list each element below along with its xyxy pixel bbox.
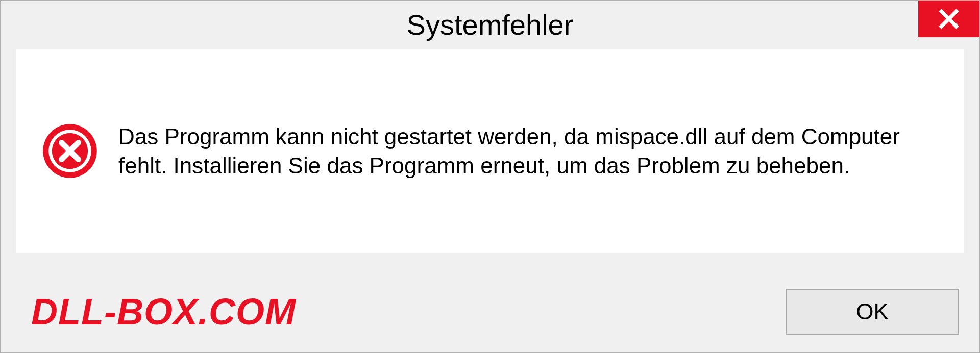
ok-button[interactable]: OK — [786, 289, 959, 335]
watermark-text: DLL-BOX.COM — [31, 291, 296, 333]
close-button[interactable] — [918, 1, 979, 37]
content-panel: Das Programm kann nicht gestartet werden… — [16, 49, 964, 253]
dialog-footer: DLL-BOX.COM OK — [1, 271, 979, 352]
error-dialog: Systemfehler Das Programm kann nicht ges… — [0, 0, 980, 353]
dialog-title: Systemfehler — [407, 8, 574, 41]
error-message: Das Programm kann nicht gestartet werden… — [118, 122, 938, 180]
titlebar: Systemfehler — [1, 1, 979, 49]
close-icon — [938, 8, 960, 30]
error-icon — [42, 123, 98, 179]
